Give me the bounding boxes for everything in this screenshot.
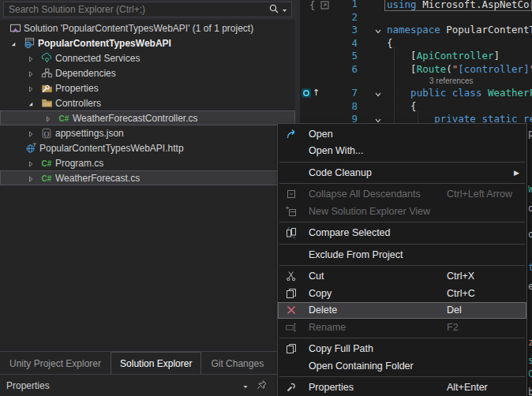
chevron-down-icon[interactable] (282, 4, 287, 15)
code-fragment: e (528, 281, 532, 292)
code-text: { (387, 37, 532, 50)
tree-item-solution-popularcontenttypeswebapi-1-of-1-project[interactable]: Solution 'PopularContentTypesWebAPI' (1 … (0, 21, 295, 35)
glyph-margin (300, 100, 313, 114)
menu-item-shortcut: Ctrl+Left Arrow (447, 189, 519, 200)
tab-solution-explorer[interactable]: Solution Explorer (111, 352, 201, 375)
menu-item-label: Open Containing Folder (300, 361, 447, 372)
code-line[interactable]: ↑7 public class WeatherForecastControlle… (300, 87, 532, 100)
glyph-margin (300, 50, 313, 63)
properties-folder-icon (39, 82, 54, 94)
tab-unity-project-explorer[interactable]: Unity Project Explorer (0, 352, 111, 375)
menu-item-open-containing-folder[interactable]: Open Containing Folder (278, 357, 526, 375)
menu-item-open[interactable]: Open (278, 125, 526, 143)
tree-item-appsettings-json[interactable]: {}appsettings.json (0, 125, 295, 140)
tree-item-connected-services[interactable]: Connected Services (0, 50, 295, 65)
code-line[interactable]: 2 (300, 11, 532, 24)
margin-glyph-icon (302, 88, 311, 98)
tree-item-label: Solution 'PopularContentTypesWebAPI' (1 … (23, 23, 253, 34)
menu-item-code-cleanup[interactable]: Code Cleanup▶ (278, 164, 526, 181)
solution-explorer-panel: Search Solution Explorer (Ctrl+;) Soluti… (0, 0, 295, 396)
copy-icon (283, 288, 300, 299)
menu-item-collapse-all-descendants[interactable]: Collapse All DescendantsCtrl+Left Arrow (278, 186, 526, 204)
menu-item-rename[interactable]: RenameF2 (278, 319, 526, 336)
menu-item-copy-full-path[interactable]: Copy Full Path (278, 341, 526, 358)
code-fragment: C (528, 368, 532, 379)
code-line[interactable]: 8 { (300, 100, 532, 114)
code-line[interactable]: 1using Microsoft.AspNetCore.Mvc; (300, 0, 532, 11)
expander-icon[interactable] (23, 83, 39, 94)
compare-icon (283, 227, 300, 238)
search-icon[interactable] (268, 3, 279, 17)
properties-title: Properties (0, 380, 242, 391)
code-line[interactable]: 6 [Route("[controller]")] (300, 63, 532, 77)
code-text: public class WeatherForecastController :… (387, 87, 532, 100)
menu-item-label: Copy (300, 288, 447, 299)
code-line[interactable]: 3namespace PopularContentTypesWebAPI (300, 24, 532, 37)
tree-item-popularcontenttypeswebapi-http[interactable]: PopularContentTypesWebAPI.http (0, 140, 295, 155)
connected-services-icon (39, 52, 54, 64)
menu-item-label: Open (300, 129, 447, 140)
expander-icon[interactable] (40, 113, 56, 124)
tree-item-properties[interactable]: Properties (0, 80, 295, 95)
menu-item-cut[interactable]: CutCtrl+X (278, 268, 526, 286)
svg-text:{}: {} (43, 130, 50, 136)
menu-item-compare-selected[interactable]: Compare Selected (278, 225, 526, 242)
expander-icon[interactable] (23, 173, 39, 184)
menu-item-label: Code Cleanup (300, 167, 439, 178)
code-area[interactable]: 1using Microsoft.AspNetCore.Mvc;23namesp… (300, 0, 532, 126)
tree-item-label: Dependencies (54, 68, 116, 79)
code-line[interactable]: 4{ (300, 37, 532, 50)
chevron-down-icon[interactable] (242, 380, 249, 391)
json-icon: {} (39, 128, 54, 139)
code-fragment: z (528, 337, 532, 348)
menu-separator (279, 376, 525, 377)
tree-item-label: appsettings.json (54, 128, 124, 139)
menu-item-properties[interactable]: PropertiesAlt+Enter (278, 379, 526, 396)
glyph-margin: ↑ (300, 87, 313, 100)
tab-git-changes[interactable]: Git Changes (201, 352, 273, 375)
pin-icon[interactable] (257, 379, 267, 392)
search-placeholder: Search Solution Explorer (Ctrl+;) (4, 4, 268, 15)
code-line[interactable]: 5 [ApiController] (300, 50, 532, 63)
code-fragment: p (528, 128, 532, 139)
menu-item-exclude-from-project[interactable]: Exclude From Project (278, 246, 526, 263)
codelens-row: 3 references (300, 76, 532, 87)
tree-item-label: WeatherForecast.cs (54, 173, 140, 184)
tree-item-controllers[interactable]: Controllers (0, 95, 295, 110)
codelens-references[interactable]: 3 references (313, 76, 474, 87)
line-number: 3 (313, 24, 360, 37)
menu-item-shortcut: Alt+Enter (447, 382, 519, 393)
menu-item-label: Copy Full Path (300, 343, 447, 354)
expander-icon[interactable] (23, 128, 39, 139)
fold-margin (360, 63, 387, 77)
tree-item-program-cs[interactable]: C#Program.cs (0, 155, 295, 170)
tree-item-dependencies[interactable]: Dependencies (0, 65, 295, 80)
csharp-icon: C# (39, 173, 54, 184)
expander-icon[interactable] (23, 98, 39, 109)
fold-margin (360, 50, 387, 63)
menu-separator (279, 183, 525, 184)
tree-item-weatherforecast-cs[interactable]: C#WeatherForecast.cs (0, 170, 295, 185)
fold-chevron-icon[interactable] (360, 24, 387, 37)
menu-item-open-with[interactable]: Open With... (278, 143, 526, 160)
tree-item-weatherforecastcontroller-cs[interactable]: C#WeatherForecastController.cs (0, 110, 295, 125)
menu-item-copy[interactable]: CopyCtrl+C (278, 285, 526, 302)
new-view-icon (283, 206, 300, 217)
fold-margin (360, 100, 387, 114)
cut-icon (283, 271, 300, 282)
code-text: namespace PopularContentTypesWebAPI (387, 24, 532, 37)
expander-icon[interactable] (23, 158, 39, 169)
code-text: [ApiController] (387, 50, 532, 63)
menu-item-delete[interactable]: DeleteDel (278, 302, 526, 319)
expander-icon[interactable] (23, 68, 39, 79)
search-input[interactable]: Search Solution Explorer (Ctrl+;) (3, 2, 292, 17)
code-text (387, 11, 532, 24)
fold-chevron-icon[interactable] (360, 87, 387, 100)
tree-item-popularcontenttypeswebapi[interactable]: PopularContentTypesWebAPI (0, 35, 295, 50)
tree-item-label: PopularContentTypesWebAPI.http (39, 143, 184, 154)
expander-icon[interactable] (6, 38, 21, 49)
menu-separator (279, 222, 525, 222)
menu-item-label: New Solution Explorer View (300, 206, 447, 217)
expander-icon[interactable] (23, 53, 39, 64)
menu-item-new-solution-explorer-view[interactable]: New Solution Explorer View (278, 203, 526, 220)
